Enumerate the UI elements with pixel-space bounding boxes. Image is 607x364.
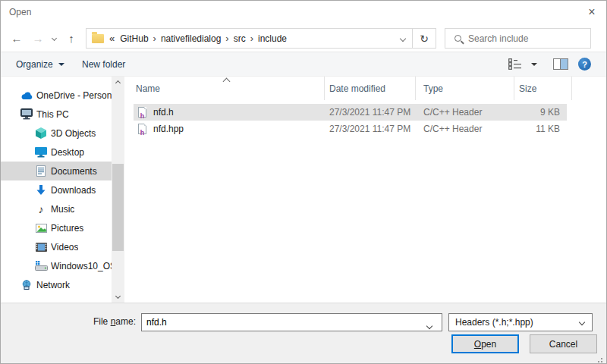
sidebar-item-label: OneDrive - Person <box>36 90 112 101</box>
chevron-down-icon <box>531 63 537 66</box>
sidebar-item-label: Windows10_OS ( <box>51 261 112 271</box>
preview-pane-button[interactable] <box>553 52 568 76</box>
desktop-icon <box>34 146 48 158</box>
sidebar-item[interactable]: ♪ Music <box>1 199 112 218</box>
cube-icon <box>34 127 48 140</box>
network-icon <box>20 279 33 291</box>
sidebar-item[interactable]: OneDrive - Person <box>1 86 112 105</box>
sidebar-item[interactable]: 3D Objects <box>1 124 112 143</box>
open-file-dialog: Open × ← → ↑ « GitHub›nativefiledialog›s… <box>0 0 607 364</box>
sidebar-item-label: Music <box>51 204 74 215</box>
help-icon: ? <box>578 58 591 71</box>
sidebar-item[interactable]: Desktop <box>1 143 112 162</box>
organize-button[interactable]: Organize <box>16 52 64 76</box>
sidebar-item-label: Downloads <box>51 185 96 196</box>
sidebar-item-label: Desktop <box>51 147 84 158</box>
preview-pane-icon <box>553 58 568 70</box>
breadcrumb-item[interactable]: include <box>254 33 291 44</box>
up-arrow-icon: ↑ <box>68 32 74 45</box>
file-name-input[interactable] <box>141 313 442 331</box>
breadcrumb: GitHub›nativefiledialog›src›include <box>116 33 292 44</box>
file-row[interactable]: h nfd.hpp 27/3/2021 11:47 PM C/C++ Heade… <box>134 121 567 137</box>
up-button[interactable]: ↑ <box>61 28 81 49</box>
column-header[interactable]: Size <box>514 77 572 100</box>
file-type-filter[interactable]: Headers (*.h;*.hpp) <box>448 313 593 331</box>
sidebar-item[interactable]: This PC <box>1 105 112 124</box>
sidebar-item-label: Network <box>36 280 70 290</box>
refresh-icon: ↻ <box>420 33 429 45</box>
this-pc-icon <box>20 108 33 121</box>
search-input[interactable] <box>468 33 590 44</box>
cancel-button[interactable]: Cancel <box>530 334 597 353</box>
column-header[interactable]: Date modified <box>325 77 416 100</box>
address-bar[interactable]: « GitHub›nativefiledialog›src›include ↻ <box>86 28 436 49</box>
file-row[interactable]: h nfd.h 27/3/2021 11:47 PM C/C++ Header … <box>134 104 567 121</box>
file-size: 9 KB <box>514 104 560 121</box>
file-name-dropdown[interactable] <box>427 320 432 331</box>
recent-locations-button[interactable] <box>48 28 60 49</box>
sidebar-scrollbar[interactable] <box>112 77 124 303</box>
music-icon: ♪ <box>34 203 48 215</box>
file-name: nfd.h <box>153 104 174 121</box>
help-button[interactable]: ? <box>578 52 591 76</box>
chevron-down-icon <box>400 35 406 41</box>
sidebar-item[interactable]: Network <box>1 275 112 294</box>
back-button[interactable]: ← <box>7 28 27 49</box>
breadcrumb-overflow[interactable]: « <box>109 33 115 44</box>
drive-icon <box>34 260 48 272</box>
video-icon <box>34 241 48 253</box>
details-view-icon <box>508 58 523 70</box>
forward-arrow-icon: → <box>33 32 44 45</box>
file-name-label: File name: <box>75 316 136 327</box>
close-icon: × <box>588 5 595 19</box>
chevron-down-icon <box>58 63 64 66</box>
file-date-modified: 27/3/2021 11:47 PM <box>329 121 410 137</box>
view-mode-dropdown[interactable] <box>531 52 537 76</box>
scrollbar-thumb[interactable] <box>112 164 124 251</box>
sidebar-item[interactable]: Windows10_OS ( <box>1 256 112 275</box>
file-date-modified: 27/3/2021 11:47 PM <box>329 104 410 121</box>
scroll-up-button[interactable] <box>112 77 124 89</box>
sidebar-item-label: Documents <box>51 166 97 177</box>
picture-icon <box>34 222 48 234</box>
breadcrumb-item[interactable]: GitHub <box>116 33 152 44</box>
close-button[interactable]: × <box>582 4 602 20</box>
open-button[interactable]: Open <box>451 334 519 353</box>
file-size: 11 KB <box>514 121 560 137</box>
dialog-title: Open <box>9 7 31 17</box>
file-rows: h nfd.h 27/3/2021 11:47 PM C/C++ Header … <box>134 104 605 137</box>
download-icon <box>34 184 48 196</box>
sidebar-item[interactable]: Downloads <box>1 180 112 199</box>
folder-icon <box>92 34 104 43</box>
sidebar-item[interactable]: Pictures <box>1 218 112 237</box>
back-arrow-icon: ← <box>11 32 23 45</box>
chevron-down-icon <box>115 293 121 299</box>
file-list: NameDate modifiedTypeSize h nfd.h 27/3/2… <box>134 77 605 303</box>
refresh-button[interactable]: ↻ <box>413 29 436 48</box>
breadcrumb-item[interactable]: nativefiledialog <box>157 33 225 44</box>
sidebar-item-label: Videos <box>51 242 78 253</box>
chevron-down-icon <box>579 319 585 325</box>
sidebar-item-label: This PC <box>36 109 69 120</box>
sidebar-item[interactable]: Documents <box>1 162 112 180</box>
new-folder-button[interactable]: New folder <box>82 52 125 76</box>
search-box <box>445 28 591 49</box>
breadcrumb-item[interactable]: src <box>230 33 250 44</box>
forward-button[interactable]: → <box>28 28 48 49</box>
search-icon <box>454 35 461 42</box>
dialog-footer: File name: Headers (*.h;*.hpp) Open Canc… <box>1 303 606 363</box>
sidebar-item-label: 3D Objects <box>51 128 96 139</box>
chevron-down-icon <box>426 323 432 329</box>
resize-grip[interactable] <box>601 358 602 359</box>
chevron-up-icon <box>115 80 121 86</box>
cloud-icon <box>20 89 33 102</box>
address-dropdown-button[interactable] <box>394 29 412 48</box>
navigation-pane: OneDrive - Person This PC 3D Objects Des… <box>1 77 112 303</box>
scroll-down-button[interactable] <box>112 290 124 303</box>
column-header[interactable]: Type <box>416 77 514 100</box>
command-toolbar: Organize New folder ? <box>1 52 606 77</box>
file-type: C/C++ Header <box>423 121 482 137</box>
file-name: nfd.hpp <box>153 121 184 137</box>
sidebar-item[interactable]: Videos <box>1 237 112 256</box>
view-mode-button[interactable] <box>508 52 523 76</box>
